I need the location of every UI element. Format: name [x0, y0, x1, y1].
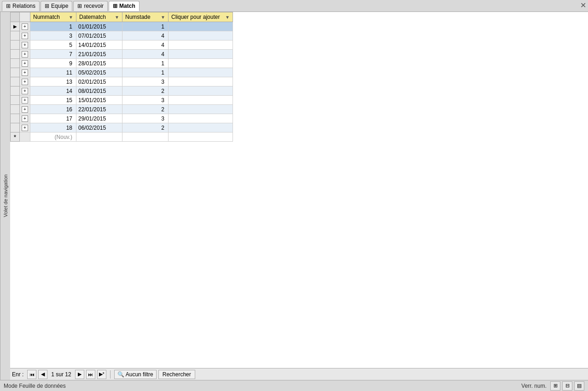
row-selector-0[interactable]: ▶	[11, 22, 20, 31]
table-row[interactable]: +1408/01/20152	[11, 86, 233, 96]
table-row[interactable]: +1622/01/20152	[11, 105, 233, 114]
sort-arrow-datematch[interactable]: ▼	[115, 15, 119, 20]
new-row-nummatch[interactable]: (Nouv.)	[30, 132, 76, 142]
nav-next-button[interactable]: ▶	[75, 370, 84, 379]
sort-arrow-nummatch[interactable]: ▼	[69, 15, 73, 20]
tab-equipe[interactable]: ⊞Equipe	[41, 1, 72, 11]
nav-prev-button[interactable]: ◀	[38, 370, 47, 379]
tab-match[interactable]: ⊞Match	[109, 1, 140, 11]
cell-nummatch-5[interactable]: 11	[30, 68, 76, 77]
new-row-numstade[interactable]	[122, 132, 169, 142]
expand-btn-9[interactable]: +	[20, 105, 30, 114]
cell-nummatch-0[interactable]: 1	[30, 22, 76, 31]
row-selector-6[interactable]	[11, 77, 20, 86]
cell-cliquer-7[interactable]	[169, 86, 233, 96]
cell-nummatch-8[interactable]: 15	[30, 96, 76, 105]
cell-cliquer-11[interactable]	[169, 123, 233, 132]
row-selector-2[interactable]	[11, 40, 20, 50]
cell-cliquer-0[interactable]	[169, 22, 233, 31]
cell-numstade-9[interactable]: 2	[122, 105, 169, 114]
cell-datematch-6[interactable]: 02/01/2015	[76, 77, 122, 86]
cell-datematch-11[interactable]: 06/02/2015	[76, 123, 122, 132]
cell-cliquer-5[interactable]	[169, 68, 233, 77]
cell-datematch-5[interactable]: 05/02/2015	[76, 68, 122, 77]
cell-numstade-6[interactable]: 3	[122, 77, 169, 86]
table-row[interactable]: +1105/02/20151	[11, 68, 233, 77]
cell-numstade-2[interactable]: 4	[122, 40, 169, 50]
expand-btn-1[interactable]: +	[20, 31, 30, 40]
col-header-cliquer[interactable]: Cliquer pour ajouter▼	[169, 12, 233, 22]
cell-nummatch-11[interactable]: 18	[30, 123, 76, 132]
close-button[interactable]: ✕	[580, 2, 586, 9]
cell-nummatch-1[interactable]: 3	[30, 31, 76, 40]
expand-btn-6[interactable]: +	[20, 77, 30, 86]
tab-relations[interactable]: ⊞Relations	[2, 1, 40, 11]
cell-cliquer-6[interactable]	[169, 77, 233, 86]
nav-first-button[interactable]: ⏮	[27, 370, 36, 379]
row-selector-8[interactable]	[11, 96, 20, 105]
cell-nummatch-3[interactable]: 7	[30, 50, 76, 59]
cell-numstade-4[interactable]: 1	[122, 59, 169, 68]
row-selector-11[interactable]	[11, 123, 20, 132]
new-row[interactable]: *(Nouv.)	[11, 132, 233, 142]
cell-nummatch-9[interactable]: 16	[30, 105, 76, 114]
row-selector-4[interactable]	[11, 59, 20, 68]
expand-btn-10[interactable]: +	[20, 114, 30, 123]
cell-numstade-1[interactable]: 4	[122, 31, 169, 40]
cell-cliquer-8[interactable]	[169, 96, 233, 105]
expand-btn-4[interactable]: +	[20, 59, 30, 68]
tab-recevoir[interactable]: ⊞recevoir	[73, 1, 108, 11]
cell-nummatch-4[interactable]: 9	[30, 59, 76, 68]
table-row[interactable]: +1729/01/20153	[11, 114, 233, 123]
cell-datematch-7[interactable]: 08/01/2015	[76, 86, 122, 96]
cell-cliquer-10[interactable]	[169, 114, 233, 123]
cell-numstade-3[interactable]: 4	[122, 50, 169, 59]
cell-datematch-10[interactable]: 29/01/2015	[76, 114, 122, 123]
table-row[interactable]: +928/01/20151	[11, 59, 233, 68]
cell-datematch-1[interactable]: 07/01/2015	[76, 31, 122, 40]
table-row[interactable]: +721/01/20154	[11, 50, 233, 59]
expand-btn-7[interactable]: +	[20, 86, 30, 96]
expand-btn-3[interactable]: +	[20, 50, 30, 59]
no-filter-button[interactable]: 🔍 Aucun filtre	[114, 370, 157, 379]
table-row[interactable]: +1302/01/20153	[11, 77, 233, 86]
nav-new-button[interactable]: ▶*	[97, 370, 106, 379]
cell-numstade-0[interactable]: 1	[122, 22, 169, 31]
cell-cliquer-3[interactable]	[169, 50, 233, 59]
cell-cliquer-4[interactable]	[169, 59, 233, 68]
cell-datematch-4[interactable]: 28/01/2015	[76, 59, 122, 68]
cell-nummatch-6[interactable]: 13	[30, 77, 76, 86]
nav-last-button[interactable]: ⏭	[86, 370, 95, 379]
cell-numstade-8[interactable]: 3	[122, 96, 169, 105]
cell-datematch-3[interactable]: 21/01/2015	[76, 50, 122, 59]
cell-datematch-2[interactable]: 14/01/2015	[76, 40, 122, 50]
new-row-datematch[interactable]	[76, 132, 122, 142]
cell-nummatch-10[interactable]: 17	[30, 114, 76, 123]
datasheet-view-button[interactable]: ⊞	[550, 381, 560, 391]
new-row-cliquer[interactable]	[169, 132, 233, 142]
cell-cliquer-9[interactable]	[169, 105, 233, 114]
col-header-numstade[interactable]: Numstade▼	[122, 12, 169, 22]
sort-arrow-numstade[interactable]: ▼	[161, 15, 165, 20]
col-header-datematch[interactable]: Datematch▼	[76, 12, 122, 22]
cell-numstade-5[interactable]: 1	[122, 68, 169, 77]
expand-btn-5[interactable]: +	[20, 68, 30, 77]
expand-btn-0[interactable]: +	[20, 22, 30, 31]
expand-btn-8[interactable]: +	[20, 96, 30, 105]
cell-numstade-11[interactable]: 2	[122, 123, 169, 132]
table-row[interactable]: ▶+101/01/20151	[11, 22, 233, 31]
pivot-view-button[interactable]: ⊟	[562, 381, 572, 391]
table-row[interactable]: +1515/01/20153	[11, 96, 233, 105]
cell-cliquer-2[interactable]	[169, 40, 233, 50]
col-header-nummatch[interactable]: Nummatch▼	[30, 12, 76, 22]
cell-cliquer-1[interactable]	[169, 31, 233, 40]
cell-datematch-9[interactable]: 22/01/2015	[76, 105, 122, 114]
row-selector-7[interactable]	[11, 86, 20, 96]
expand-btn-2[interactable]: +	[20, 40, 30, 50]
table-row[interactable]: +307/01/20154	[11, 31, 233, 40]
form-view-button[interactable]: ▤	[574, 381, 584, 391]
cell-nummatch-2[interactable]: 5	[30, 40, 76, 50]
sort-arrow-cliquer[interactable]: ▼	[225, 15, 230, 20]
row-selector-1[interactable]	[11, 31, 20, 40]
row-selector-9[interactable]	[11, 105, 20, 114]
